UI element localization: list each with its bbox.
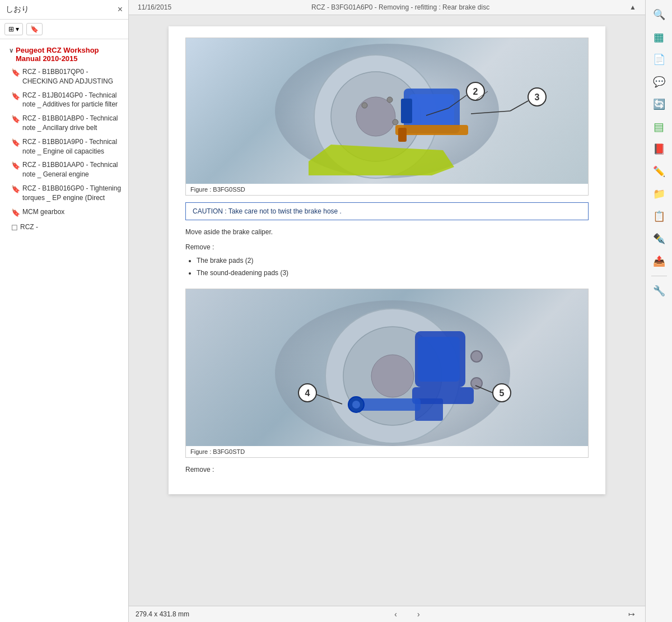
root-title-text: Peugeot RCZ Workshop Manual 2010-2015 xyxy=(16,46,124,63)
caution-text: CAUTION : Take care not to twist the bra… xyxy=(193,207,342,215)
figure-1-caption: Figure : B3FG0SSD xyxy=(186,184,588,195)
pdf-search-icon: 📕 xyxy=(653,143,665,155)
comment-button[interactable]: 💬 xyxy=(649,72,669,92)
grid-view-button[interactable]: ▤ xyxy=(649,117,669,137)
bottom-nav: ‹ › xyxy=(391,609,423,620)
bookmark-list: 🔖 RCZ - B1BB017QP0 - CHECKING AND ADJUST… xyxy=(9,65,124,235)
list-item-sound-pads: The sound-deadening pads (3) xyxy=(197,267,589,280)
bookmark-flag-icon: 🔖 xyxy=(11,68,20,78)
right-toolbar: 🔍 ▦ 📄 💬 🔄 ▤ 📕 ✏️ 📁 📋 ✒️ 📤 🔧 xyxy=(645,0,672,622)
svg-point-3 xyxy=(356,97,395,136)
sidebar-header: しおり × xyxy=(0,0,128,20)
sidebar-toolbar: ⊞ ▾ 🔖 xyxy=(0,20,128,39)
scroll-up-icon: ▲ xyxy=(629,3,636,11)
folder-icon: 📁 xyxy=(653,188,665,200)
sidebar-title: しおり xyxy=(6,4,29,15)
sidebar: しおり × ⊞ ▾ 🔖 ∨ Peugeot RCZ Workshop Manua… xyxy=(0,0,129,622)
list-item[interactable]: ☐ RCZ - xyxy=(11,220,124,235)
svg-rect-8 xyxy=(398,128,407,142)
pen-icon: ✏️ xyxy=(653,165,665,178)
toolbar-divider xyxy=(651,276,667,276)
bookmark-item-label: RCZ - B1BB01AAP0 - Technical note _ Gene… xyxy=(22,160,122,179)
grid-view-icon: ▤ xyxy=(654,120,664,133)
document2-button[interactable]: 📋 xyxy=(649,206,669,226)
bookmark-item-label: RCZ - B1BB01ABP0 - Technical note _ Anci… xyxy=(22,114,122,133)
bookmark-flag-icon: 🔖 xyxy=(11,184,20,194)
pen2-button[interactable]: ✒️ xyxy=(649,229,669,249)
svg-rect-5 xyxy=(409,94,454,128)
svg-point-12 xyxy=(393,119,398,125)
date-label: 11/16/2015 xyxy=(138,3,171,11)
bookmark-flag-icon: 🔖 xyxy=(11,138,20,148)
svg-rect-27 xyxy=(418,337,460,382)
main-area: 11/16/2015 RCZ - B3FG01A6P0 - Removing -… xyxy=(129,0,645,622)
exchange-button[interactable]: 🔄 xyxy=(649,94,669,114)
figure-1-container: 2 3 Figure : B3FG0S xyxy=(185,38,589,196)
figure-2-image: 4 5 xyxy=(186,289,588,446)
list-item[interactable]: 🔖 RCZ - B1JB014GP0 - Technical note _ Ad… xyxy=(11,89,124,112)
bookmark-item-label: MCM gearbox xyxy=(22,207,64,217)
figure-2-caption: Figure : B3FG0STD xyxy=(186,446,588,457)
svg-point-10 xyxy=(362,103,367,108)
figure-2-caption-text: Figure : B3FG0STD xyxy=(190,448,245,455)
add-document-button[interactable]: 📄 xyxy=(649,49,669,69)
bookmark-icon: 🔖 xyxy=(30,25,39,33)
page-title: RCZ - B3FG01A6P0 - Removing - refitting … xyxy=(311,3,489,11)
zoom-in-button[interactable]: 🔍 xyxy=(649,4,669,25)
figure-2-container: 4 5 Figure : B3FG0STD xyxy=(185,289,589,458)
settings-icon: 🔧 xyxy=(653,285,665,297)
document-viewer[interactable]: 2 3 Figure : B3FG0S xyxy=(129,15,645,606)
caution-box: CAUTION : Take care not to twist the bra… xyxy=(185,202,589,220)
bookmark-item-label: RCZ - B1BB016GP0 - Tightening torques _ … xyxy=(22,184,122,203)
bottom-bar: 279.4 x 431.8 mm ‹ › ↦ xyxy=(129,606,645,622)
pen-button[interactable]: ✏️ xyxy=(649,161,669,182)
svg-point-32 xyxy=(352,401,360,409)
scroll-right-button[interactable]: › xyxy=(414,609,423,620)
upload-button[interactable]: 📤 xyxy=(649,251,669,271)
zoom-in-icon: 🔍 xyxy=(653,8,665,21)
pdf-search-button[interactable]: 📕 xyxy=(649,139,669,159)
add-document-icon: 📄 xyxy=(653,53,665,66)
bookmark-root-item[interactable]: ∨ Peugeot RCZ Workshop Manual 2010-2015 xyxy=(9,46,124,63)
brake-disc-svg-1: 2 3 xyxy=(186,38,588,184)
scroll-left-button[interactable]: ‹ xyxy=(391,609,400,620)
svg-rect-30 xyxy=(359,398,421,411)
list-item[interactable]: 🔖 MCM gearbox xyxy=(11,205,124,220)
bookmark-item-label: RCZ - B1JB014GP0 - Technical note _ Addi… xyxy=(22,91,122,110)
list-item-brake-pads: The brake pads (2) xyxy=(197,255,589,267)
grid-icon: ⊞ xyxy=(8,25,14,33)
bookmark-button[interactable]: 🔖 xyxy=(26,23,43,35)
bookmark-flag-icon: 🔖 xyxy=(11,114,20,124)
figure-caption-text: Figure : B3FG0SSD xyxy=(190,186,245,193)
dimensions-label: 279.4 x 431.8 mm xyxy=(136,610,189,618)
sidebar-content: ∨ Peugeot RCZ Workshop Manual 2010-2015 … xyxy=(0,39,128,622)
exchange-icon: 🔄 xyxy=(653,98,665,110)
grid-dropdown-icon: ▾ xyxy=(16,25,19,33)
bookmark-root: ∨ Peugeot RCZ Workshop Manual 2010-2015 … xyxy=(0,44,128,238)
bookmark-item-label: RCZ - xyxy=(20,222,38,232)
comment-icon: 💬 xyxy=(653,76,665,88)
layout-icon: ▦ xyxy=(654,30,664,44)
pen2-icon: ✒️ xyxy=(653,233,665,245)
list-item[interactable]: 🔖 RCZ - B1BB01ABP0 - Technical note _ An… xyxy=(11,112,124,135)
document-page: 2 3 Figure : B3FG0S xyxy=(169,26,605,494)
nav-right-button[interactable]: ↦ xyxy=(625,609,638,620)
list-item[interactable]: 🔖 RCZ - B1BB01A9P0 - Technical note _ En… xyxy=(11,135,124,159)
folder-button[interactable]: 📁 xyxy=(649,184,669,204)
sidebar-close-button[interactable]: × xyxy=(118,4,123,15)
instruction-list: The brake pads (2) The sound-deadening p… xyxy=(185,255,589,279)
bookmark-item-label: RCZ - B1BB017QP0 - CHECKING AND ADJUSTIN… xyxy=(22,67,122,86)
instruction-3: Remove : xyxy=(185,465,589,475)
list-item[interactable]: 🔖 RCZ - B1BB01AAP0 - Technical note _ Ge… xyxy=(11,158,124,182)
svg-text:2: 2 xyxy=(473,87,478,96)
figure-1-image: 2 3 xyxy=(186,38,588,184)
list-item[interactable]: 🔖 RCZ - B1BB017QP0 - CHECKING AND ADJUST… xyxy=(11,65,124,89)
layout-button[interactable]: ▦ xyxy=(649,27,669,47)
list-item[interactable]: 🔖 RCZ - B1BB016GP0 - Tightening torques … xyxy=(11,182,124,205)
instruction-1: Move aside the brake caliper. xyxy=(185,227,589,238)
chevron-down-icon: ∨ xyxy=(9,47,13,54)
grid-view-button[interactable]: ⊞ ▾ xyxy=(4,23,23,35)
brake-disc-svg-2: 4 5 xyxy=(186,289,588,446)
settings-button[interactable]: 🔧 xyxy=(649,281,669,301)
svg-point-33 xyxy=(471,351,482,362)
